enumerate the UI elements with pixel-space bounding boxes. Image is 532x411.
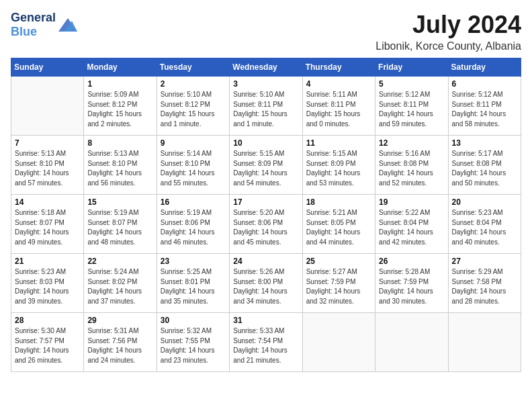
day-info: Sunrise: 5:22 AM Sunset: 8:04 PM Dayligh… [379, 208, 444, 247]
weekday-header-wednesday: Wednesday [230, 58, 302, 77]
week-row-3: 14Sunrise: 5:18 AM Sunset: 8:07 PM Dayli… [11, 195, 521, 254]
calendar-table: SundayMondayTuesdayWednesdayThursdayFrid… [11, 58, 521, 372]
day-number: 12 [379, 138, 444, 148]
day-info: Sunrise: 5:28 AM Sunset: 7:59 PM Dayligh… [379, 267, 444, 306]
weekday-header-thursday: Thursday [302, 58, 375, 77]
day-number: 29 [87, 316, 152, 325]
day-cell: 14Sunrise: 5:18 AM Sunset: 8:07 PM Dayli… [11, 195, 84, 254]
day-cell: 19Sunrise: 5:22 AM Sunset: 8:04 PM Dayli… [375, 195, 448, 254]
day-info: Sunrise: 5:19 AM Sunset: 8:06 PM Dayligh… [161, 208, 226, 247]
day-info: Sunrise: 5:17 AM Sunset: 8:08 PM Dayligh… [452, 149, 517, 188]
day-number: 21 [15, 257, 80, 266]
day-number: 17 [233, 197, 298, 207]
week-row-4: 21Sunrise: 5:23 AM Sunset: 8:03 PM Dayli… [11, 254, 521, 313]
day-info: Sunrise: 5:19 AM Sunset: 8:07 PM Dayligh… [87, 208, 152, 247]
day-number: 23 [161, 257, 226, 266]
day-cell: 10Sunrise: 5:15 AM Sunset: 8:09 PM Dayli… [230, 136, 302, 195]
day-info: Sunrise: 5:26 AM Sunset: 8:00 PM Dayligh… [233, 267, 298, 306]
day-number: 16 [161, 197, 226, 207]
week-row-5: 28Sunrise: 5:30 AM Sunset: 7:57 PM Dayli… [11, 313, 521, 372]
day-info: Sunrise: 5:21 AM Sunset: 8:05 PM Dayligh… [306, 208, 371, 247]
day-number: 15 [87, 197, 152, 207]
day-info: Sunrise: 5:24 AM Sunset: 8:02 PM Dayligh… [87, 267, 152, 306]
location-title: Libonik, Korce County, Albania [375, 40, 521, 52]
day-cell: 18Sunrise: 5:21 AM Sunset: 8:05 PM Dayli… [302, 195, 375, 254]
day-cell: 12Sunrise: 5:16 AM Sunset: 8:08 PM Dayli… [375, 136, 448, 195]
day-cell: 24Sunrise: 5:26 AM Sunset: 8:00 PM Dayli… [230, 254, 302, 313]
day-info: Sunrise: 5:14 AM Sunset: 8:10 PM Dayligh… [161, 149, 226, 188]
day-cell: 31Sunrise: 5:33 AM Sunset: 7:54 PM Dayli… [230, 313, 302, 372]
day-cell: 5Sunrise: 5:12 AM Sunset: 8:11 PM Daylig… [375, 77, 448, 136]
day-cell: 20Sunrise: 5:23 AM Sunset: 8:04 PM Dayli… [448, 195, 521, 254]
day-info: Sunrise: 5:09 AM Sunset: 8:12 PM Dayligh… [87, 90, 152, 129]
day-cell [302, 313, 375, 372]
week-row-2: 7Sunrise: 5:13 AM Sunset: 8:10 PM Daylig… [11, 136, 521, 195]
day-cell: 4Sunrise: 5:11 AM Sunset: 8:11 PM Daylig… [302, 77, 375, 136]
day-cell: 9Sunrise: 5:14 AM Sunset: 8:10 PM Daylig… [157, 136, 229, 195]
day-cell: 25Sunrise: 5:27 AM Sunset: 7:59 PM Dayli… [302, 254, 375, 313]
day-number: 25 [306, 257, 371, 266]
day-info: Sunrise: 5:33 AM Sunset: 7:54 PM Dayligh… [233, 326, 298, 365]
day-info: Sunrise: 5:15 AM Sunset: 8:09 PM Dayligh… [233, 149, 298, 188]
day-number: 18 [306, 197, 371, 207]
day-number: 24 [233, 257, 298, 266]
day-cell: 6Sunrise: 5:12 AM Sunset: 8:11 PM Daylig… [448, 77, 521, 136]
day-info: Sunrise: 5:29 AM Sunset: 7:58 PM Dayligh… [452, 267, 517, 306]
day-number: 20 [452, 197, 517, 207]
day-info: Sunrise: 5:31 AM Sunset: 7:56 PM Dayligh… [87, 326, 152, 365]
day-cell: 30Sunrise: 5:32 AM Sunset: 7:55 PM Dayli… [157, 313, 229, 372]
day-number: 22 [87, 257, 152, 266]
day-cell: 21Sunrise: 5:23 AM Sunset: 8:03 PM Dayli… [11, 254, 84, 313]
day-cell: 1Sunrise: 5:09 AM Sunset: 8:12 PM Daylig… [84, 77, 157, 136]
day-info: Sunrise: 5:30 AM Sunset: 7:57 PM Dayligh… [15, 326, 80, 365]
day-cell: 28Sunrise: 5:30 AM Sunset: 7:57 PM Dayli… [11, 313, 84, 372]
month-title: July 2024 [375, 11, 521, 39]
day-number: 10 [233, 138, 298, 148]
day-cell: 7Sunrise: 5:13 AM Sunset: 8:10 PM Daylig… [11, 136, 84, 195]
day-number: 13 [452, 138, 517, 148]
title-block: July 2024 Libonik, Korce County, Albania [375, 11, 521, 52]
day-info: Sunrise: 5:13 AM Sunset: 8:10 PM Dayligh… [87, 149, 152, 188]
day-info: Sunrise: 5:16 AM Sunset: 8:08 PM Dayligh… [379, 149, 444, 188]
day-info: Sunrise: 5:12 AM Sunset: 8:11 PM Dayligh… [379, 90, 444, 129]
day-info: Sunrise: 5:10 AM Sunset: 8:11 PM Dayligh… [233, 90, 298, 129]
day-number: 3 [233, 79, 298, 89]
day-number: 7 [15, 138, 80, 148]
week-row-1: 1Sunrise: 5:09 AM Sunset: 8:12 PM Daylig… [11, 77, 521, 136]
day-cell [448, 313, 521, 372]
day-number: 27 [452, 257, 517, 266]
day-number: 26 [379, 257, 444, 266]
day-cell: 8Sunrise: 5:13 AM Sunset: 8:10 PM Daylig… [84, 136, 157, 195]
day-number: 8 [87, 138, 152, 148]
day-number: 5 [379, 79, 444, 89]
day-info: Sunrise: 5:12 AM Sunset: 8:11 PM Dayligh… [452, 90, 517, 129]
logo-icon [58, 18, 77, 32]
day-number: 28 [15, 316, 80, 325]
day-info: Sunrise: 5:23 AM Sunset: 8:03 PM Dayligh… [15, 267, 80, 306]
day-cell [375, 313, 448, 372]
day-number: 4 [306, 79, 371, 89]
day-cell: 15Sunrise: 5:19 AM Sunset: 8:07 PM Dayli… [84, 195, 157, 254]
day-cell: 17Sunrise: 5:20 AM Sunset: 8:06 PM Dayli… [230, 195, 302, 254]
day-number: 1 [87, 79, 152, 89]
day-number: 6 [452, 79, 517, 89]
day-info: Sunrise: 5:10 AM Sunset: 8:12 PM Dayligh… [161, 90, 226, 129]
day-info: Sunrise: 5:32 AM Sunset: 7:55 PM Dayligh… [161, 326, 226, 365]
weekday-header-sunday: Sunday [11, 58, 84, 77]
day-info: Sunrise: 5:18 AM Sunset: 8:07 PM Dayligh… [15, 208, 80, 247]
day-cell: 23Sunrise: 5:25 AM Sunset: 8:01 PM Dayli… [157, 254, 229, 313]
day-cell: 3Sunrise: 5:10 AM Sunset: 8:11 PM Daylig… [230, 77, 302, 136]
day-info: Sunrise: 5:11 AM Sunset: 8:11 PM Dayligh… [306, 90, 371, 129]
day-number: 2 [161, 79, 226, 89]
weekday-header-monday: Monday [84, 58, 157, 77]
day-info: Sunrise: 5:20 AM Sunset: 8:06 PM Dayligh… [233, 208, 298, 247]
day-info: Sunrise: 5:23 AM Sunset: 8:04 PM Dayligh… [452, 208, 517, 247]
day-info: Sunrise: 5:13 AM Sunset: 8:10 PM Dayligh… [15, 149, 80, 188]
day-number: 14 [15, 197, 80, 207]
day-number: 31 [233, 316, 298, 325]
day-cell: 13Sunrise: 5:17 AM Sunset: 8:08 PM Dayli… [448, 136, 521, 195]
day-number: 19 [379, 197, 444, 207]
day-number: 11 [306, 138, 371, 148]
day-cell: 26Sunrise: 5:28 AM Sunset: 7:59 PM Dayli… [375, 254, 448, 313]
weekday-header-saturday: Saturday [448, 58, 521, 77]
